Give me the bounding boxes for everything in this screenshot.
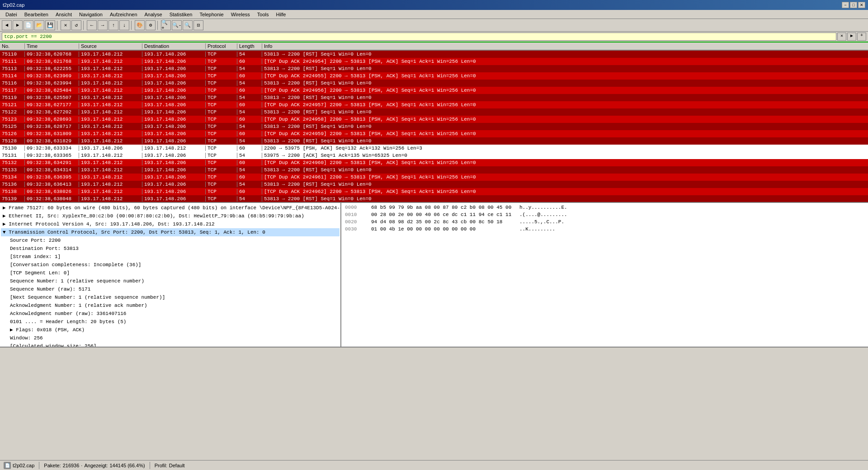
detail-line[interactable]: Acknowledgment number (raw): 3361407116 xyxy=(1,310,340,318)
packet-row[interactable]: 75116 09:32:38,623994 193.17.148.212 193… xyxy=(0,80,868,87)
toolbar-reload[interactable]: ↺ xyxy=(71,20,81,30)
packet-row[interactable]: 75110 09:32:38,620768 193.17.148.212 193… xyxy=(0,51,868,58)
packet-row[interactable]: 75139 09:32:38,638048 193.17.148.212 193… xyxy=(0,195,868,202)
toolbar-back2[interactable]: ← xyxy=(87,20,97,30)
detail-tree[interactable]: ▶ Frame 75127: 60 bytes on wire (480 bit… xyxy=(0,203,341,347)
status-separator: · xyxy=(81,463,82,468)
packet-row[interactable]: 75122 09:32:38,627202 193.17.148.212 193… xyxy=(0,108,868,116)
menu-item-datei[interactable]: Datei xyxy=(2,11,21,18)
toolbar-zoom-in[interactable]: 🔍+ xyxy=(161,20,171,30)
detail-line[interactable]: 0101 .... = Header Length: 20 bytes (5) xyxy=(1,318,340,326)
toolbar-up[interactable]: ↑ xyxy=(108,20,118,30)
packet-row[interactable]: 75121 09:32:38,627177 193.17.148.212 193… xyxy=(0,101,868,108)
toolbar-resize[interactable]: ⊡ xyxy=(193,20,203,30)
col-header-length: Length xyxy=(237,43,262,49)
detail-line[interactable]: Window: 256 xyxy=(1,334,340,342)
menu-item-telephonie[interactable]: Telephonie xyxy=(196,11,227,18)
detail-line[interactable]: [Next Sequence Number: 1 (relative seque… xyxy=(1,293,340,301)
filter-clear[interactable]: ✕ xyxy=(837,33,846,41)
toolbar-fwd2[interactable]: → xyxy=(98,20,108,30)
hex-view: 0000 68 b5 99 79 9b aa 08 00 87 80 c2 b0… xyxy=(341,203,868,347)
packet-row[interactable]: 75136 09:32:38,636413 193.17.148.212 193… xyxy=(0,181,868,188)
packet-row[interactable]: 75114 09:32:38,623969 193.17.148.212 193… xyxy=(0,72,868,80)
packet-row[interactable]: 75130 09:32:38,633334 193.17.148.206 193… xyxy=(0,145,868,152)
menu-item-hilfe[interactable]: Hilfe xyxy=(272,11,289,18)
detail-line[interactable]: [Stream index: 1] xyxy=(1,253,340,261)
toolbar-back[interactable]: ◄ xyxy=(2,20,12,30)
col-header-source: Source xyxy=(79,43,142,49)
packet-list[interactable]: 75110 09:32:38,620768 193.17.148.212 193… xyxy=(0,51,868,203)
menu-item-aufzeichnen[interactable]: Aufzeichnen xyxy=(106,11,141,18)
menu-item-analyse[interactable]: Analyse xyxy=(141,11,166,18)
toolbar-new[interactable]: 📄 xyxy=(24,20,33,30)
packet-row[interactable]: 75131 09:32:38,633365 193.17.148.212 193… xyxy=(0,152,868,159)
hex-row: 0020 94 d4 08 98 d2 35 00 2c 8c 43 cb 00… xyxy=(345,218,864,226)
packet-row[interactable]: 75128 09:32:38,631829 193.17.148.212 193… xyxy=(0,137,868,145)
menu-item-ansicht[interactable]: Ansicht xyxy=(52,11,75,18)
filter-save[interactable]: + xyxy=(857,33,866,41)
status-packets-label: Pakete: xyxy=(44,463,61,468)
toolbar-zoom-reset[interactable]: 🔍 xyxy=(183,20,193,30)
detail-line[interactable]: [Calculated window size: 256] xyxy=(1,342,340,347)
packet-row[interactable]: 75132 09:32:38,634291 193.17.148.212 193… xyxy=(0,159,868,166)
filter-apply[interactable]: ▶ xyxy=(847,33,856,41)
packet-row[interactable]: 75117 09:32:38,625484 193.17.148.212 193… xyxy=(0,87,868,94)
status-packets-value: 216936 xyxy=(63,463,80,468)
hex-row: 0010 00 28 00 2e 00 00 40 06 ce dc c1 11… xyxy=(345,211,864,218)
detail-line[interactable]: Destination Port: 53813 xyxy=(1,244,340,253)
detail-line[interactable]: [TCP Segment Len: 0] xyxy=(1,269,340,277)
toolbar-zoom-out[interactable]: 🔍- xyxy=(172,20,182,30)
col-header-no: No. xyxy=(0,43,25,49)
detail-line[interactable]: ▶ Internet Protocol Version 4, Src: 193.… xyxy=(1,220,340,228)
filter-input[interactable]: tcp.port == 2200 xyxy=(2,33,836,41)
col-header-protocol: Protocol xyxy=(206,43,237,49)
status-file-icon: 📄 xyxy=(4,462,11,469)
toolbar-sep3 xyxy=(131,21,133,30)
detail-line[interactable]: ▶ Frame 75127: 60 bytes on wire (480 bit… xyxy=(1,204,340,212)
menu-item-tools[interactable]: Tools xyxy=(254,11,273,18)
toolbar-down[interactable]: ↓ xyxy=(119,20,129,30)
close-button[interactable]: ✕ xyxy=(858,2,865,8)
toolbar-sep2 xyxy=(83,21,85,30)
menu-item-wireless[interactable]: Wireless xyxy=(227,11,254,18)
menu-item-statistiken[interactable]: Statistiken xyxy=(166,11,196,18)
toolbar-forward[interactable]: ► xyxy=(13,20,23,30)
packet-list-container: No. Time Source Destination Protocol Len… xyxy=(0,42,868,203)
toolbar-open[interactable]: 📂 xyxy=(34,20,44,30)
packet-row[interactable]: 75113 09:32:38,622255 193.17.148.212 193… xyxy=(0,65,868,72)
menu-item-bearbeiten[interactable]: Bearbeiten xyxy=(21,11,52,18)
packet-row[interactable]: 75119 09:32:38,625507 193.17.148.212 193… xyxy=(0,94,868,101)
packet-row[interactable]: 75133 09:32:38,634314 193.17.148.212 193… xyxy=(0,166,868,174)
detail-line[interactable]: Sequence Number (raw): 5171 xyxy=(1,285,340,293)
packet-row[interactable]: 75111 09:32:38,621768 193.17.148.212 193… xyxy=(0,58,868,65)
maximize-button[interactable]: □ xyxy=(850,2,857,8)
detail-line[interactable]: [Conversation completeness: Incomplete (… xyxy=(1,261,340,269)
minimize-button[interactable]: − xyxy=(842,2,849,8)
status-sep1 xyxy=(39,462,39,469)
detail-line[interactable]: Acknowledgment Number: 1 (relative ack n… xyxy=(1,301,340,310)
col-header-info: Info xyxy=(262,43,868,49)
toolbar-close[interactable]: ✕ xyxy=(61,20,71,30)
detail-line[interactable]: ▼ Transmission Control Protocol, Src Por… xyxy=(1,228,340,236)
packet-row[interactable]: 75126 09:32:38,631809 193.17.148.212 193… xyxy=(0,130,868,137)
toolbar-colorize[interactable]: 🎨 xyxy=(135,20,145,30)
detail-line[interactable]: ▶ Ethernet II, Src: XyplexTe_80:c2:b0 (0… xyxy=(1,212,340,220)
packet-row[interactable]: 75123 09:32:38,628693 193.17.148.212 193… xyxy=(0,116,868,123)
hex-row: 0030 01 00 4b 1e 00 00 00 00 00 00 00 00… xyxy=(345,226,864,233)
detail-line[interactable]: ▶ Flags: 0x018 (PSH, ACK) xyxy=(1,326,340,334)
title-bar-buttons[interactable]: − □ ✕ xyxy=(842,2,865,8)
detail-line[interactable]: Sequence Number: 1 (relative sequence nu… xyxy=(1,277,340,285)
packet-row[interactable]: 75125 09:32:38,628717 193.17.148.212 193… xyxy=(0,123,868,130)
toolbar-auto[interactable]: ⚙ xyxy=(146,20,156,30)
toolbar-save[interactable]: 💾 xyxy=(45,20,55,30)
toolbar-sep1 xyxy=(57,21,59,30)
toolbar-sep4 xyxy=(157,21,159,30)
status-displayed-label: Angezeigt: xyxy=(84,463,108,468)
packet-row[interactable]: 75141 09:32:38,639716 193.17.148.212 193… xyxy=(0,202,868,203)
packet-row[interactable]: 75138 09:32:38,638026 193.17.148.212 193… xyxy=(0,188,868,195)
packet-row[interactable]: 75134 09:32:38,636395 193.17.148.212 193… xyxy=(0,174,868,181)
detail-line[interactable]: Source Port: 2200 xyxy=(1,236,340,244)
menu-item-navigation[interactable]: Navigation xyxy=(75,11,106,18)
filter-bar: tcp.port == 2200 ✕ ▶ + xyxy=(0,32,868,42)
col-header-destination: Destination xyxy=(142,43,206,49)
